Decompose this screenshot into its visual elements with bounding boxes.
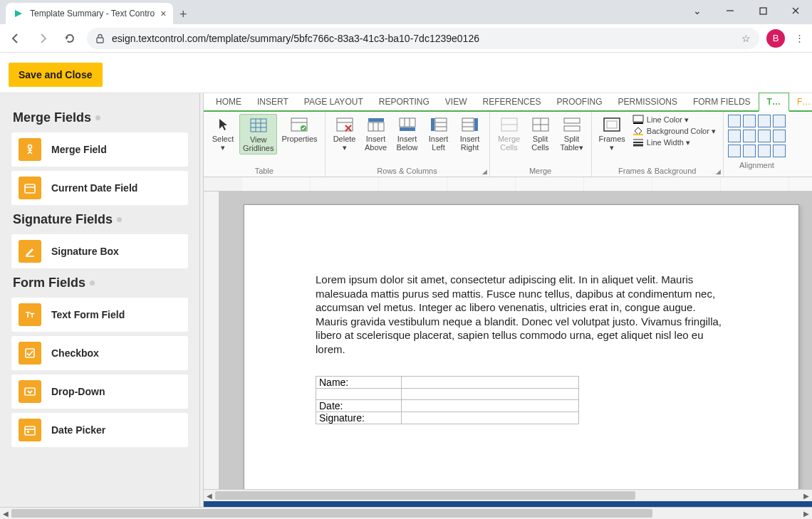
sidebar-item-signature-box[interactable]: Signature Box	[11, 234, 188, 268]
ribbon-tab-table-layout[interactable]: T…	[759, 93, 789, 112]
omnibox[interactable]: esign.textcontrol.com/template/summary/5…	[87, 28, 759, 49]
document-table[interactable]: Name: Date: Signature:	[316, 376, 579, 424]
window-close-icon[interactable]	[779, 0, 812, 21]
sidebar-item-label: Signature Box	[51, 246, 119, 257]
nav-reload-button[interactable]	[60, 28, 80, 48]
new-tab-button[interactable]: +	[173, 4, 193, 24]
align-bot-right[interactable]	[758, 145, 771, 157]
align-bot-left[interactable]	[728, 145, 741, 157]
ribbon-tab-reporting[interactable]: REPORTING	[371, 93, 437, 110]
scroll-thumb[interactable]	[215, 491, 635, 500]
scroll-thumb[interactable]	[11, 509, 652, 518]
dot-icon	[117, 217, 122, 222]
table-cell-value[interactable]	[402, 389, 579, 400]
svg-rect-56	[633, 134, 643, 135]
ribbon-tab-home[interactable]: HOME	[208, 93, 249, 110]
ribbon-split-table-button[interactable]: Split Table▾	[557, 114, 587, 153]
align-bot-center[interactable]	[743, 145, 756, 157]
align-top-center[interactable]	[743, 115, 756, 127]
page-horizontal-scrollbar[interactable]: ◀ ▶	[0, 507, 812, 519]
paragraph-text[interactable]: Lorem ipsum dolor sit amet, consectetur …	[316, 273, 727, 356]
table-cell-value[interactable]	[402, 377, 579, 389]
profile-avatar[interactable]: B	[766, 29, 785, 48]
editor-horizontal-scrollbar[interactable]: ◀ ▶	[204, 489, 812, 501]
ribbon-tab-page-layout[interactable]: PAGE LAYOUT	[296, 93, 371, 110]
nav-back-button[interactable]	[6, 28, 26, 48]
svg-rect-54	[633, 115, 643, 122]
sidebar-item-merge-field[interactable]: Merge Field	[11, 132, 188, 167]
align-top-right[interactable]	[758, 115, 771, 127]
ribbon-insert-below-button[interactable]: Insert Below	[392, 114, 422, 153]
signature-icon	[19, 240, 41, 263]
sidebar-item-dropdown[interactable]: Drop-Down	[11, 374, 188, 409]
ribbon-tab-permissions[interactable]: PERMISSIONS	[610, 93, 685, 110]
svg-rect-13	[25, 388, 35, 395]
align-top-justify[interactable]	[773, 115, 786, 127]
table-cell-label[interactable]: Date:	[316, 400, 402, 412]
document-page[interactable]: Lorem ipsum dolor sit amet, consectetur …	[244, 204, 799, 489]
nav-forward-button[interactable]	[33, 28, 53, 48]
ribbon-select-button[interactable]: Select ▾	[208, 114, 238, 153]
ribbon-insert-above-button[interactable]: Insert Above	[361, 114, 391, 153]
document-canvas[interactable]: Lorem ipsum dolor sit amet, consectetur …	[219, 192, 812, 489]
align-mid-justify[interactable]	[773, 130, 786, 142]
ribbon-tab-references[interactable]: REFERENCES	[475, 93, 549, 110]
ribbon-bg-color-button[interactable]: Background Color ▾	[633, 125, 716, 137]
browser-menu-icon[interactable]: ⋮	[792, 33, 806, 43]
tab-close-icon[interactable]: ×	[160, 8, 166, 19]
scroll-left-icon[interactable]: ◀	[0, 508, 11, 519]
align-mid-left[interactable]	[728, 130, 741, 142]
align-mid-center[interactable]	[743, 130, 756, 142]
ribbon-group-label: Rows & Columns◢	[326, 166, 489, 177]
table-cell-value[interactable]	[402, 400, 579, 412]
scroll-right-icon[interactable]: ▶	[801, 490, 812, 501]
page-content: Save and Close Merge Fields Merge Field …	[0, 53, 812, 519]
bookmark-star-icon[interactable]: ☆	[741, 33, 751, 44]
browser-tab-active[interactable]: Template Summary - Text Contro ×	[6, 3, 173, 24]
save-and-close-button[interactable]: Save and Close	[9, 63, 103, 87]
ribbon-tab-proofing[interactable]: PROOFING	[549, 93, 610, 110]
ribbon-insert-right-button[interactable]: Insert Right	[455, 114, 485, 153]
ribbon-tab-view[interactable]: VIEW	[437, 93, 475, 110]
window-dropdown-icon[interactable]: ⌄	[681, 0, 714, 21]
ribbon-insert-left-button[interactable]: Insert Left	[424, 114, 454, 153]
align-mid-right[interactable]	[758, 130, 771, 142]
ribbon-line-color-button[interactable]: Line Color ▾	[633, 114, 716, 125]
ribbon-view-gridlines-button[interactable]: View Gridlines	[239, 114, 277, 154]
ribbon-frames-button[interactable]: Frames ▾	[596, 114, 628, 153]
svg-rect-29	[368, 122, 384, 131]
ribbon-tab-insert[interactable]: INSERT	[249, 93, 296, 110]
ruler-horizontal[interactable]	[204, 177, 812, 192]
scroll-right-icon[interactable]: ▶	[801, 508, 812, 519]
scroll-left-icon[interactable]: ◀	[204, 490, 215, 501]
sidebar-item-date-picker[interactable]: Date Picker	[11, 413, 188, 447]
ribbon-line-width-button[interactable]: Line Width ▾	[633, 137, 716, 148]
ribbon-properties-button[interactable]: Properties	[279, 114, 320, 145]
svg-rect-17	[251, 119, 266, 132]
insert-right-icon	[460, 115, 480, 134]
table-cell-label[interactable]	[316, 389, 402, 400]
insert-left-icon	[429, 115, 449, 134]
sidebar-item-label: Text Form Field	[51, 309, 125, 320]
align-top-left[interactable]	[728, 115, 741, 127]
svg-rect-33	[400, 118, 415, 127]
dialog-launcher-icon[interactable]: ◢	[716, 168, 721, 175]
window-maximize-icon[interactable]	[746, 0, 779, 21]
table-cell-label[interactable]: Name:	[316, 377, 402, 389]
ribbon-split-cells-button[interactable]: Split Cells	[526, 114, 556, 153]
sidebar-item-text-form-field[interactable]: Tᴛ Text Form Field	[11, 298, 188, 332]
align-bot-justify[interactable]	[773, 145, 786, 157]
svg-rect-38	[431, 118, 434, 131]
ribbon-tab-form-fields[interactable]: FORM FIELDS	[685, 93, 759, 110]
ruler-vertical[interactable]	[204, 192, 219, 489]
svg-rect-50	[564, 118, 580, 123]
window-minimize-icon[interactable]	[714, 0, 746, 21]
table-cell-value[interactable]	[402, 412, 579, 424]
ribbon-tab-overflow[interactable]: F…	[789, 93, 812, 110]
ribbon-delete-button[interactable]: Delete ▾	[330, 114, 360, 153]
sidebar-item-checkbox[interactable]: Checkbox	[11, 336, 188, 370]
dialog-launcher-icon[interactable]: ◢	[482, 168, 487, 175]
sidebar-item-current-date[interactable]: Current Date Field	[11, 171, 188, 205]
section-title-merge: Merge Fields	[13, 110, 187, 125]
table-cell-label[interactable]: Signature:	[316, 412, 402, 424]
